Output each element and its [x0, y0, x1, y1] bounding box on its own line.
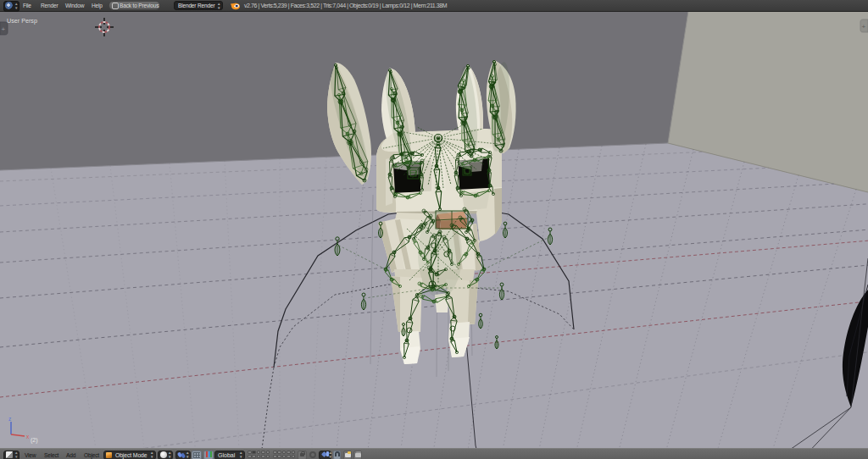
svg-text:+: + [862, 23, 866, 30]
svg-text:(2): (2) [31, 437, 38, 444]
svg-text:User Persp: User Persp [7, 17, 37, 25]
svg-text:z: z [8, 416, 11, 422]
svg-text:+: + [2, 25, 6, 33]
